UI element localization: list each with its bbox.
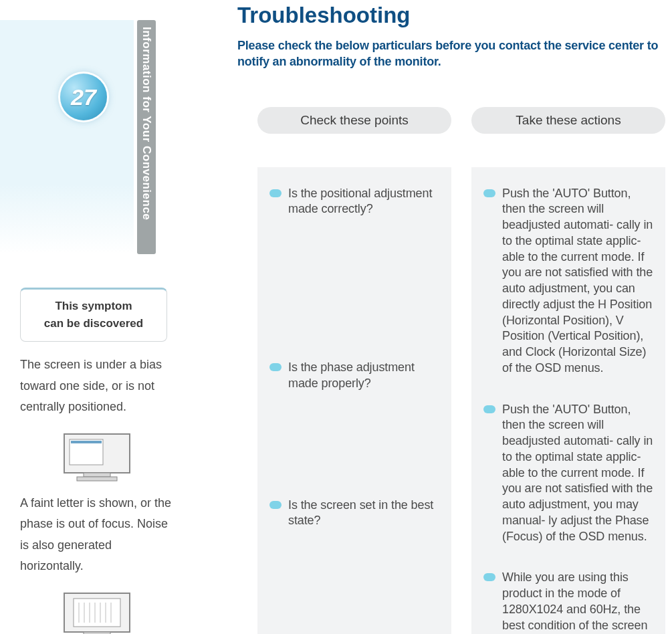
bullet-icon (483, 573, 495, 581)
column-header-check: Check these points (257, 107, 451, 134)
columns-body: Is the positional adjustment made correc… (237, 167, 665, 634)
monitor-illustration-1 (20, 430, 174, 484)
symptom-2-text: A faint letter is shown, or the phase is… (20, 493, 174, 577)
bullet-icon (269, 189, 282, 197)
check-item-2: Is the phase adjustment made properly? (269, 360, 439, 392)
page-number: 27 (71, 84, 96, 110)
symptom-descriptions: The screen is under a bias toward one si… (20, 354, 174, 634)
check-item-2-text: Is the phase adjustment made properly? (288, 360, 439, 392)
svg-rect-2 (71, 441, 102, 443)
intro-text: Please check the below particulars befor… (237, 37, 665, 70)
check-column: Is the positional adjustment made correc… (257, 167, 451, 634)
action-item-3: While you are using this product in the … (483, 570, 653, 634)
bullet-icon (483, 189, 495, 197)
sidebar-background (0, 20, 134, 254)
action-column: Push the 'AUTO' Button, then the screen … (471, 167, 665, 634)
svg-rect-4 (77, 477, 117, 481)
bullet-icon (269, 501, 282, 509)
check-item-1: Is the positional adjustment made correc… (269, 186, 439, 218)
svg-rect-3 (84, 473, 110, 477)
check-item-3: Is the screen set in the best state? (269, 498, 439, 530)
bullet-icon (269, 363, 282, 371)
action-item-2-text: Push the 'AUTO' Button, then the screen … (502, 402, 653, 545)
column-headers: Check these points Take these actions (237, 107, 665, 134)
svg-rect-6 (74, 599, 120, 627)
bullet-icon (483, 405, 495, 413)
column-header-action: Take these actions (471, 107, 665, 134)
section-tab-label: Information for Your Convenience (140, 20, 153, 220)
symptom-heading-line2: can be discovered (27, 315, 160, 332)
page-title: Troubleshooting (237, 0, 665, 28)
action-item-2: Push the 'AUTO' Button, then the screen … (483, 402, 653, 545)
main-content: Troubleshooting Please check the below p… (237, 0, 665, 634)
symptom-heading-line1: This symptom (27, 298, 160, 315)
symptom-1-text: The screen is under a bias toward one si… (20, 354, 174, 418)
symptom-heading-box: This symptom can be discovered (20, 288, 167, 342)
sidebar: Information for Your Convenience 27 This… (0, 0, 187, 634)
action-item-1: Push the 'AUTO' Button, then the screen … (483, 186, 653, 377)
monitor-illustration-2 (20, 589, 174, 635)
action-item-3-text: While you are using this product in the … (502, 570, 653, 634)
check-item-1-text: Is the positional adjustment made correc… (288, 186, 439, 218)
page-number-badge: 27 (60, 74, 107, 120)
check-item-3-text: Is the screen set in the best state? (288, 498, 439, 530)
section-tab: Information for Your Convenience (137, 20, 156, 254)
action-item-1-text: Push the 'AUTO' Button, then the screen … (502, 186, 653, 377)
svg-rect-14 (84, 632, 110, 635)
